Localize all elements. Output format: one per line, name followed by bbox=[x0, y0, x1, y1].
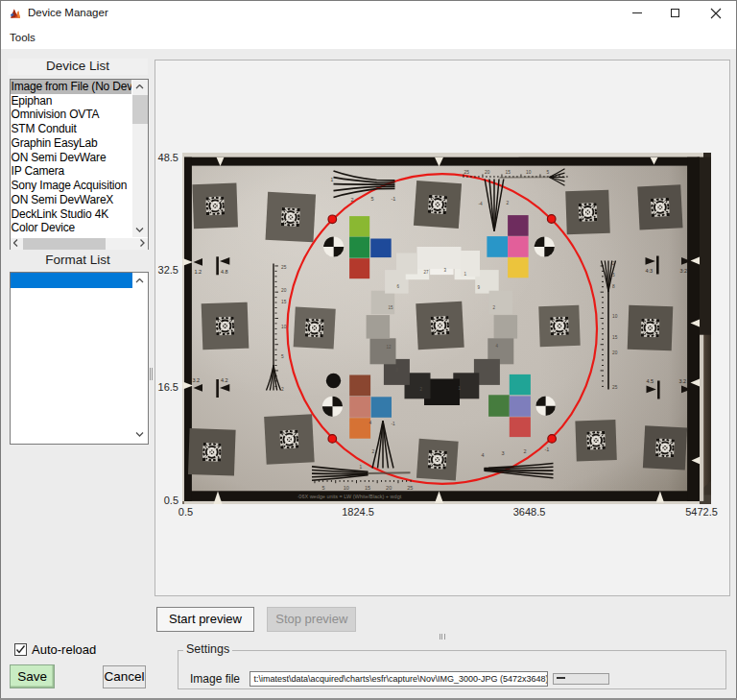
svg-text:2: 2 bbox=[371, 448, 374, 453]
svg-text:20: 20 bbox=[485, 169, 490, 174]
svg-text:4: 4 bbox=[481, 451, 484, 457]
svg-text:10: 10 bbox=[612, 313, 618, 318]
svg-text:4: 4 bbox=[368, 420, 371, 424]
svg-text:2: 2 bbox=[523, 447, 526, 453]
svg-text:25: 25 bbox=[407, 484, 413, 490]
svg-text:15: 15 bbox=[364, 484, 369, 490]
svg-text:2: 2 bbox=[350, 196, 353, 202]
svg-text:15: 15 bbox=[505, 169, 511, 174]
svg-text:3:2: 3:2 bbox=[679, 267, 687, 273]
svg-text:4.2: 4.2 bbox=[221, 376, 228, 382]
svg-text:8: 8 bbox=[612, 283, 615, 288]
svg-text:12: 12 bbox=[386, 344, 392, 349]
svg-text:3.2: 3.2 bbox=[192, 376, 200, 382]
svg-text:5: 5 bbox=[612, 272, 615, 277]
svg-text:2: 2 bbox=[506, 200, 509, 205]
svg-text:5: 5 bbox=[546, 169, 549, 174]
svg-text:20: 20 bbox=[281, 288, 287, 293]
svg-text:1.2: 1.2 bbox=[194, 268, 202, 274]
svg-text:5: 5 bbox=[321, 484, 324, 490]
svg-text:-1: -1 bbox=[391, 421, 395, 425]
svg-text:-1: -1 bbox=[391, 195, 395, 201]
svg-text:15: 15 bbox=[388, 304, 393, 309]
svg-text:3: 3 bbox=[501, 449, 504, 455]
svg-text:10: 10 bbox=[526, 169, 532, 174]
svg-text:10: 10 bbox=[343, 484, 348, 490]
svg-text:5: 5 bbox=[370, 195, 373, 201]
svg-text:27: 27 bbox=[423, 269, 429, 274]
svg-text:5: 5 bbox=[281, 354, 284, 359]
svg-text:-4: -4 bbox=[478, 201, 483, 205]
svg-text:4.5: 4.5 bbox=[646, 377, 654, 383]
svg-text:20: 20 bbox=[386, 484, 392, 490]
svg-text:-1: -1 bbox=[544, 446, 549, 451]
svg-text:1: 1 bbox=[330, 176, 333, 181]
svg-text:2: 2 bbox=[281, 387, 284, 392]
svg-text:3.2: 3.2 bbox=[678, 377, 686, 383]
svg-text:20: 20 bbox=[612, 350, 618, 354]
svg-text:15: 15 bbox=[281, 300, 287, 304]
svg-text:25: 25 bbox=[612, 384, 618, 389]
svg-text:1: 1 bbox=[359, 464, 362, 469]
svg-text:2: 2 bbox=[612, 260, 615, 265]
svg-text:10: 10 bbox=[281, 324, 287, 328]
svg-text:15: 15 bbox=[612, 334, 618, 339]
svg-text:25: 25 bbox=[464, 169, 469, 174]
svg-text:25: 25 bbox=[281, 264, 287, 269]
svg-text:4.8: 4.8 bbox=[221, 268, 228, 274]
svg-text:4:3: 4:3 bbox=[645, 267, 653, 273]
svg-text:·06X wedge units = LW (White/B: ·06X wedge units = LW (White/Black) + wd… bbox=[297, 494, 401, 499]
